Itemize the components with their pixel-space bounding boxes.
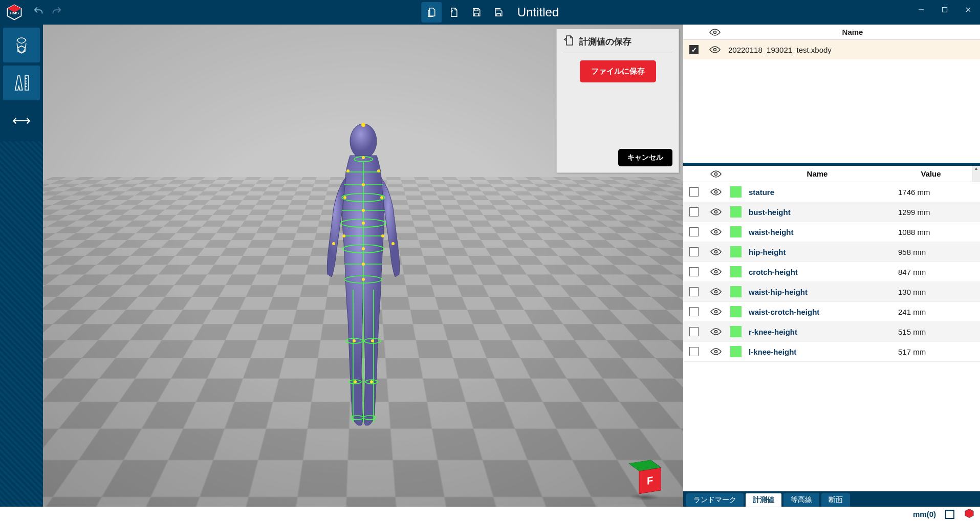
navcube-front[interactable]: F bbox=[639, 467, 661, 494]
measure-checkbox[interactable] bbox=[689, 307, 699, 316]
status-bar: mm(0) bbox=[0, 507, 980, 521]
svg-point-53 bbox=[715, 271, 717, 273]
file-list-panel: Name 20220118_193021_test.xbody bbox=[683, 25, 980, 166]
status-square-icon[interactable] bbox=[945, 510, 954, 519]
eye-icon[interactable] bbox=[710, 188, 722, 196]
window-maximize-button[interactable] bbox=[933, 0, 956, 19]
color-swatch[interactable] bbox=[730, 266, 742, 277]
doc-open-button[interactable] bbox=[444, 2, 464, 23]
color-swatch[interactable] bbox=[730, 226, 742, 237]
svg-point-29 bbox=[377, 169, 380, 172]
tool-measure-button[interactable] bbox=[3, 66, 40, 100]
measure-checkbox[interactable] bbox=[689, 227, 699, 236]
eye-icon[interactable] bbox=[710, 268, 722, 276]
redo-icon[interactable] bbox=[51, 6, 62, 19]
tab-0[interactable]: ランドマーク bbox=[686, 493, 744, 507]
tab-3[interactable]: 断面 bbox=[821, 493, 850, 507]
svg-point-28 bbox=[346, 169, 350, 172]
color-swatch[interactable] bbox=[730, 286, 742, 297]
document-title: Untitled bbox=[517, 5, 559, 19]
measure-name-header: Name bbox=[745, 169, 890, 178]
svg-point-44 bbox=[354, 380, 357, 383]
eye-icon[interactable] bbox=[710, 308, 722, 316]
color-swatch[interactable] bbox=[730, 246, 742, 257]
measurement-row[interactable]: crotch-height 847 mm bbox=[683, 262, 980, 282]
scroll-up-icon[interactable]: ▲ bbox=[972, 166, 980, 182]
doc-saveas-button[interactable] bbox=[489, 2, 509, 23]
tool-arrows-button[interactable] bbox=[3, 103, 40, 138]
color-swatch[interactable] bbox=[730, 206, 742, 218]
doc-new-button[interactable] bbox=[421, 2, 442, 23]
eye-icon[interactable] bbox=[710, 348, 722, 356]
eye-icon[interactable] bbox=[710, 288, 722, 296]
svg-marker-58 bbox=[965, 509, 974, 518]
svg-point-56 bbox=[715, 331, 717, 333]
color-swatch[interactable] bbox=[730, 326, 742, 337]
eye-icon[interactable] bbox=[710, 328, 722, 336]
measurement-row[interactable]: bust-height 1299 mm bbox=[683, 202, 980, 222]
svg-point-40 bbox=[332, 242, 335, 245]
tab-2[interactable]: 等高線 bbox=[783, 493, 819, 507]
eye-icon[interactable] bbox=[710, 208, 722, 216]
eye-icon[interactable] bbox=[710, 248, 722, 256]
svg-point-36 bbox=[381, 234, 384, 237]
svg-point-50 bbox=[715, 211, 717, 213]
measurement-row[interactable]: l-knee-height 517 mm bbox=[683, 342, 980, 362]
measurement-row[interactable]: waist-hip-height 130 mm bbox=[683, 282, 980, 302]
measure-checkbox[interactable] bbox=[689, 187, 699, 197]
svg-point-32 bbox=[380, 196, 383, 199]
measure-checkbox[interactable] bbox=[689, 207, 699, 216]
measure-value-header: Value bbox=[890, 169, 972, 178]
eye-icon[interactable] bbox=[709, 46, 721, 54]
measurement-row[interactable]: waist-crotch-height 241 mm bbox=[683, 302, 980, 322]
color-swatch[interactable] bbox=[730, 346, 742, 357]
save-to-file-button[interactable]: ファイルに保存 bbox=[580, 60, 656, 82]
color-swatch[interactable] bbox=[730, 306, 742, 317]
svg-point-26 bbox=[361, 123, 365, 127]
measure-value: 130 mm bbox=[898, 288, 980, 296]
eye-icon[interactable] bbox=[709, 28, 721, 36]
measure-name: bust-height bbox=[745, 208, 898, 216]
measurement-row[interactable]: stature 1746 mm bbox=[683, 182, 980, 202]
viewport-3d[interactable]: 計測値の保存 ファイルに保存 キャンセル R F bbox=[43, 25, 683, 507]
measure-checkbox[interactable] bbox=[689, 267, 699, 276]
svg-point-52 bbox=[715, 251, 717, 253]
measure-checkbox[interactable] bbox=[689, 347, 699, 356]
measurement-row[interactable]: waist-height 1088 mm bbox=[683, 222, 980, 242]
file-row[interactable]: 20220118_193021_test.xbody bbox=[683, 40, 980, 59]
measure-name: waist-crotch-height bbox=[745, 308, 898, 316]
color-swatch[interactable] bbox=[730, 186, 742, 198]
title-bar: HMS Untitled bbox=[0, 0, 980, 25]
measure-value: 515 mm bbox=[898, 328, 980, 336]
measurement-row[interactable]: r-knee-height 515 mm bbox=[683, 322, 980, 342]
measurement-rows[interactable]: stature 1746 mm bust-height 1299 mm wais… bbox=[683, 182, 980, 491]
undo-icon[interactable] bbox=[33, 6, 44, 19]
toolbar-hatch bbox=[0, 141, 43, 507]
svg-point-48 bbox=[715, 172, 717, 175]
measure-value: 241 mm bbox=[898, 308, 980, 316]
svg-point-46 bbox=[714, 31, 716, 33]
export-file-icon bbox=[563, 34, 575, 49]
status-logo-icon[interactable] bbox=[964, 508, 975, 521]
file-checkbox[interactable] bbox=[689, 45, 699, 54]
window-close-button[interactable] bbox=[956, 0, 980, 19]
unit-label[interactable]: mm(0) bbox=[913, 510, 936, 518]
eye-icon[interactable] bbox=[710, 170, 722, 178]
file-name-header: Name bbox=[725, 28, 980, 36]
measure-checkbox[interactable] bbox=[689, 287, 699, 296]
measure-checkbox[interactable] bbox=[689, 327, 699, 336]
svg-point-31 bbox=[343, 196, 346, 199]
tool-model-button[interactable] bbox=[3, 28, 40, 62]
svg-point-34 bbox=[362, 222, 365, 225]
cancel-button[interactable]: キャンセル bbox=[618, 149, 672, 166]
measurement-row[interactable]: hip-height 958 mm bbox=[683, 242, 980, 262]
tab-1[interactable]: 計測値 bbox=[746, 493, 781, 507]
eye-icon[interactable] bbox=[710, 228, 722, 236]
measurement-panel: Name Value ▲ stature 1746 mm bust-height… bbox=[683, 166, 980, 507]
window-minimize-button[interactable] bbox=[909, 0, 933, 19]
measure-checkbox[interactable] bbox=[689, 247, 699, 256]
svg-point-33 bbox=[362, 209, 365, 212]
navigation-cube[interactable]: R F bbox=[627, 462, 663, 497]
measure-value: 1299 mm bbox=[898, 208, 980, 216]
doc-save-button[interactable] bbox=[466, 2, 487, 23]
